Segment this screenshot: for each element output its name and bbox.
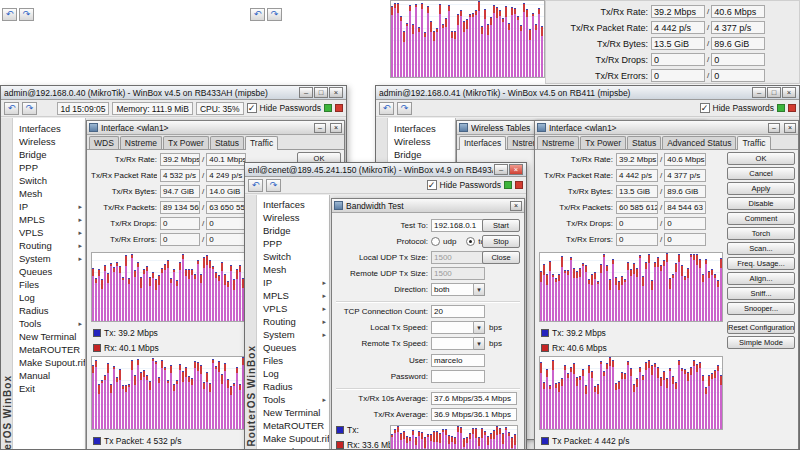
titlebar[interactable]: admin@192.168.0.40 (MikroTik) - WinBox v… [1,86,346,100]
minimize-button[interactable]: – [299,87,313,98]
radio-icon[interactable] [431,237,440,246]
menu-item[interactable]: Log ▸ [13,291,85,304]
dialog-button[interactable]: Close [482,251,520,264]
menu-item[interactable]: Tools ▸ [257,393,329,406]
hide-passwords-checkbox[interactable]: ✓ [247,103,257,113]
tab[interactable]: Status [627,136,661,149]
redo-icon[interactable]: ↷ [267,8,282,21]
titlebar[interactable]: admin@192.168.0.41 (MikroTik) - WinBox v… [376,86,799,100]
undo-icon[interactable]: ↶ [379,102,394,115]
side-button[interactable]: Sniff... [727,287,795,300]
menu-item[interactable]: VPLS ▸ [13,226,85,239]
menu-item[interactable]: Wireless ▸ [13,135,85,148]
close-icon[interactable]: × [330,123,342,133]
menu-item[interactable]: Make Supout.rif ▸ [257,432,329,445]
tab[interactable]: Advanced Status [662,136,736,149]
menu-item[interactable]: IP ▸ [13,200,85,213]
tab[interactable]: Traffic [245,136,278,150]
redo-icon[interactable]: ↷ [19,8,34,21]
menu-item[interactable]: Bridge ▸ [257,224,329,237]
side-button[interactable]: OK [727,152,795,165]
direction-select[interactable]: both [431,283,474,296]
menu-item[interactable]: Switch ▸ [13,174,85,187]
undo-icon[interactable]: ↶ [248,179,263,192]
side-button[interactable]: Snooper... [727,302,795,315]
side-button[interactable]: Simple Mode [727,336,795,349]
titlebar[interactable]: enl@cenet@189.45.241.150 (MikroTik) - Wi… [245,163,526,177]
menu-item[interactable]: MetaROUTER ▸ [257,419,329,432]
minimize-button[interactable]: – [752,87,766,98]
child-titlebar[interactable]: Interface <wlan1> – × [535,121,798,135]
local-tx-speed-input[interactable] [431,321,474,334]
minimize-button[interactable]: – [494,164,508,175]
menu-item[interactable]: Radius ▸ [257,380,329,393]
side-button[interactable]: Comment [727,212,795,225]
menu-item[interactable]: Make Supout.rif ▸ [13,356,85,369]
menu-item[interactable]: Files ▸ [13,278,85,291]
maximize-button[interactable]: □ [767,87,781,98]
menu-item[interactable]: Interfaces ▸ [257,198,329,211]
redo-icon[interactable]: ↷ [266,179,281,192]
menu-item[interactable]: System ▸ [257,328,329,341]
close-button[interactable]: × [329,87,343,98]
tab[interactable]: Tx Power [580,136,626,149]
menu-item[interactable]: PPP ▸ [13,161,85,174]
close-icon[interactable]: × [784,123,796,133]
menu-item[interactable]: MPLS ▸ [257,289,329,302]
menu-item[interactable]: IP ▸ [257,276,329,289]
child-titlebar[interactable]: Interface <wlan1> – × [87,121,344,135]
menu-item[interactable]: Interfaces ▸ [13,122,85,135]
close-button[interactable]: × [509,164,523,175]
redo-icon[interactable]: ↷ [22,102,37,115]
chevron-down-icon[interactable]: ▾ [474,337,485,350]
menu-item[interactable]: Wireless ▸ [257,211,329,224]
menu-item[interactable]: Log ▸ [257,367,329,380]
side-button[interactable]: Apply [727,182,795,195]
menu-item[interactable]: PPP ▸ [257,237,329,250]
tab[interactable]: Nstreme [120,136,162,149]
menu-item[interactable]: MPLS ▸ [13,213,85,226]
chevron-down-icon[interactable]: ▾ [474,321,485,334]
menu-item[interactable]: Bridge ▸ [13,148,85,161]
dialog-button[interactable]: Stop [482,235,520,248]
menu-item[interactable]: Mesh ▸ [257,263,329,276]
undo-icon[interactable]: ↶ [250,8,265,21]
side-button[interactable]: Disable [727,197,795,210]
test-to-input[interactable]: 192.168.0.1 [431,219,485,232]
menu-item[interactable]: MetaROUTER ▸ [13,343,85,356]
menu-item[interactable]: Manual ▸ [257,445,329,449]
child-titlebar[interactable]: Bandwidth Test × [332,199,524,213]
side-button[interactable]: Freq. Usage... [727,257,795,270]
protocol-radio[interactable]: udp [431,237,456,246]
tcp-connection-count-input[interactable]: 20 [431,305,485,318]
menu-item[interactable]: Manual ▸ [13,369,85,382]
menu-item[interactable]: Interfaces ▸ [388,122,455,135]
menu-item[interactable]: Switch ▸ [257,250,329,263]
side-button[interactable]: Cancel [727,167,795,180]
undo-icon[interactable]: ↶ [4,102,19,115]
user-input[interactable]: marcelo [431,354,485,367]
menu-item[interactable]: Exit ▸ [13,382,85,395]
tab[interactable]: Tx Power [163,136,209,149]
hide-passwords-checkbox[interactable]: ✓ [700,103,710,113]
menu-item[interactable]: New Terminal ▸ [257,406,329,419]
menu-item[interactable]: Routing ▸ [257,315,329,328]
side-button[interactable]: Torch [727,227,795,240]
side-button[interactable]: Reset Configuration [727,321,795,334]
remote-tx-speed-input[interactable] [431,337,474,350]
password-input[interactable] [431,370,485,383]
tab[interactable]: Nstreme [537,136,579,149]
radio-icon[interactable] [466,237,475,246]
menu-item[interactable]: System ▸ [13,252,85,265]
menu-item[interactable]: Bridge ▸ [388,148,455,161]
menu-item[interactable]: Routing ▸ [13,239,85,252]
menu-item[interactable]: Files ▸ [257,354,329,367]
redo-icon[interactable]: ↷ [397,102,412,115]
undo-icon[interactable]: ↶ [2,8,17,21]
menu-item[interactable]: Wireless ▸ [388,135,455,148]
menu-item[interactable]: Mesh ▸ [13,187,85,200]
tab[interactable]: WDS [89,136,119,149]
menu-item[interactable]: New Terminal ▸ [13,330,85,343]
close-button[interactable]: × [782,87,796,98]
menu-item[interactable]: Queues ▸ [257,341,329,354]
